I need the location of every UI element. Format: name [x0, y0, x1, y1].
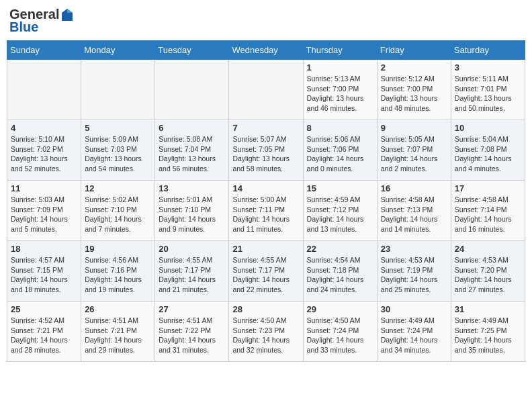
- day-number: 13: [159, 183, 225, 193]
- day-number: 19: [85, 244, 151, 254]
- day-number: 23: [381, 244, 447, 254]
- day-info: Sunrise: 4:59 AM Sunset: 7:12 PM Dayligh…: [307, 195, 373, 234]
- day-of-week-header: Monday: [81, 41, 155, 60]
- day-info: Sunrise: 4:51 AM Sunset: 7:22 PM Dayligh…: [159, 316, 225, 355]
- calendar-cell: [155, 60, 229, 120]
- calendar-week-row: 4Sunrise: 5:10 AM Sunset: 7:02 PM Daylig…: [7, 120, 525, 181]
- calendar-cell: 27Sunrise: 4:51 AM Sunset: 7:22 PM Dayli…: [155, 302, 229, 362]
- calendar-cell: 5Sunrise: 5:09 AM Sunset: 7:03 PM Daylig…: [81, 120, 155, 181]
- day-info: Sunrise: 4:56 AM Sunset: 7:16 PM Dayligh…: [85, 255, 151, 295]
- calendar-cell: 31Sunrise: 4:49 AM Sunset: 7:25 PM Dayli…: [451, 302, 525, 362]
- calendar-cell: 4Sunrise: 5:10 AM Sunset: 7:02 PM Daylig…: [7, 120, 81, 181]
- day-info: Sunrise: 5:11 AM Sunset: 7:01 PM Dayligh…: [455, 74, 521, 113]
- day-info: Sunrise: 4:51 AM Sunset: 7:21 PM Dayligh…: [85, 316, 151, 355]
- calendar-cell: [229, 60, 303, 120]
- page-header: General Blue: [7, 7, 525, 35]
- day-info: Sunrise: 4:49 AM Sunset: 7:25 PM Dayligh…: [455, 316, 521, 355]
- day-number: 2: [381, 62, 447, 73]
- day-number: 27: [159, 304, 225, 314]
- calendar-week-row: 25Sunrise: 4:52 AM Sunset: 7:21 PM Dayli…: [7, 302, 525, 362]
- calendar-cell: 26Sunrise: 4:51 AM Sunset: 7:21 PM Dayli…: [81, 302, 155, 362]
- day-info: Sunrise: 5:09 AM Sunset: 7:03 PM Dayligh…: [85, 134, 151, 174]
- day-of-week-header: Thursday: [303, 41, 377, 60]
- calendar-cell: 25Sunrise: 4:52 AM Sunset: 7:21 PM Dayli…: [7, 302, 81, 362]
- calendar-cell: 8Sunrise: 5:06 AM Sunset: 7:06 PM Daylig…: [303, 120, 377, 181]
- day-number: 8: [307, 123, 373, 133]
- day-number: 31: [455, 304, 521, 314]
- day-number: 17: [455, 183, 521, 193]
- day-number: 12: [85, 183, 151, 193]
- day-number: 28: [232, 304, 299, 314]
- day-of-week-header: Sunday: [7, 41, 81, 60]
- calendar-cell: 11Sunrise: 5:03 AM Sunset: 7:09 PM Dayli…: [7, 181, 81, 241]
- logo: General Blue: [9, 7, 74, 35]
- day-info: Sunrise: 5:10 AM Sunset: 7:02 PM Dayligh…: [11, 134, 77, 174]
- day-number: 20: [159, 244, 225, 254]
- calendar-week-row: 18Sunrise: 4:57 AM Sunset: 7:15 PM Dayli…: [7, 241, 525, 302]
- calendar-cell: [81, 60, 155, 120]
- calendar-cell: [7, 60, 81, 120]
- day-info: Sunrise: 5:08 AM Sunset: 7:04 PM Dayligh…: [159, 134, 225, 174]
- day-info: Sunrise: 5:00 AM Sunset: 7:11 PM Dayligh…: [232, 195, 299, 234]
- calendar-cell: 19Sunrise: 4:56 AM Sunset: 7:16 PM Dayli…: [81, 241, 155, 302]
- day-number: 3: [455, 62, 521, 73]
- day-info: Sunrise: 5:07 AM Sunset: 7:05 PM Dayligh…: [232, 134, 299, 174]
- calendar-cell: 16Sunrise: 4:58 AM Sunset: 7:13 PM Dayli…: [377, 181, 451, 241]
- day-number: 24: [455, 244, 521, 254]
- day-info: Sunrise: 4:55 AM Sunset: 7:17 PM Dayligh…: [159, 255, 225, 295]
- day-number: 6: [159, 123, 225, 133]
- day-info: Sunrise: 4:58 AM Sunset: 7:14 PM Dayligh…: [455, 195, 521, 234]
- calendar-cell: 17Sunrise: 4:58 AM Sunset: 7:14 PM Dayli…: [451, 181, 525, 241]
- day-number: 26: [85, 304, 151, 314]
- calendar-cell: 28Sunrise: 4:50 AM Sunset: 7:23 PM Dayli…: [229, 302, 303, 362]
- calendar-cell: 9Sunrise: 5:05 AM Sunset: 7:07 PM Daylig…: [377, 120, 451, 181]
- calendar-cell: 23Sunrise: 4:53 AM Sunset: 7:19 PM Dayli…: [377, 241, 451, 302]
- day-info: Sunrise: 4:58 AM Sunset: 7:13 PM Dayligh…: [381, 195, 447, 234]
- calendar-cell: 21Sunrise: 4:55 AM Sunset: 7:17 PM Dayli…: [229, 241, 303, 302]
- calendar-cell: 12Sunrise: 5:02 AM Sunset: 7:10 PM Dayli…: [81, 181, 155, 241]
- day-number: 7: [232, 123, 299, 133]
- calendar-cell: 29Sunrise: 4:50 AM Sunset: 7:24 PM Dayli…: [303, 302, 377, 362]
- calendar-cell: 10Sunrise: 5:04 AM Sunset: 7:08 PM Dayli…: [451, 120, 525, 181]
- day-info: Sunrise: 4:53 AM Sunset: 7:20 PM Dayligh…: [455, 255, 521, 295]
- day-number: 30: [381, 304, 447, 314]
- day-info: Sunrise: 5:13 AM Sunset: 7:00 PM Dayligh…: [307, 74, 373, 113]
- calendar-cell: 6Sunrise: 5:08 AM Sunset: 7:04 PM Daylig…: [155, 120, 229, 181]
- day-number: 29: [307, 304, 373, 314]
- day-info: Sunrise: 5:12 AM Sunset: 7:00 PM Dayligh…: [381, 74, 447, 113]
- day-info: Sunrise: 4:52 AM Sunset: 7:21 PM Dayligh…: [11, 316, 77, 355]
- day-number: 22: [307, 244, 373, 254]
- day-number: 9: [381, 123, 447, 133]
- day-of-week-header: Saturday: [451, 41, 525, 60]
- day-info: Sunrise: 5:04 AM Sunset: 7:08 PM Dayligh…: [455, 134, 521, 174]
- svg-marker-1: [67, 9, 73, 13]
- day-info: Sunrise: 4:50 AM Sunset: 7:23 PM Dayligh…: [232, 316, 299, 355]
- calendar-cell: 13Sunrise: 5:01 AM Sunset: 7:10 PM Dayli…: [155, 181, 229, 241]
- day-number: 25: [11, 304, 77, 314]
- day-info: Sunrise: 4:55 AM Sunset: 7:17 PM Dayligh…: [232, 255, 299, 295]
- day-info: Sunrise: 5:05 AM Sunset: 7:07 PM Dayligh…: [381, 134, 447, 174]
- calendar-table: SundayMondayTuesdayWednesdayThursdayFrid…: [7, 40, 525, 362]
- calendar-cell: 7Sunrise: 5:07 AM Sunset: 7:05 PM Daylig…: [229, 120, 303, 181]
- day-info: Sunrise: 4:49 AM Sunset: 7:24 PM Dayligh…: [381, 316, 447, 355]
- day-number: 14: [232, 183, 299, 193]
- day-number: 4: [11, 123, 77, 133]
- day-number: 11: [11, 183, 77, 193]
- calendar-cell: 15Sunrise: 4:59 AM Sunset: 7:12 PM Dayli…: [303, 181, 377, 241]
- calendar-cell: 20Sunrise: 4:55 AM Sunset: 7:17 PM Dayli…: [155, 241, 229, 302]
- day-number: 10: [455, 123, 521, 133]
- calendar-cell: 18Sunrise: 4:57 AM Sunset: 7:15 PM Dayli…: [7, 241, 81, 302]
- calendar-cell: 24Sunrise: 4:53 AM Sunset: 7:20 PM Dayli…: [451, 241, 525, 302]
- calendar-week-row: 11Sunrise: 5:03 AM Sunset: 7:09 PM Dayli…: [7, 181, 525, 241]
- day-number: 1: [307, 62, 373, 73]
- calendar-cell: 30Sunrise: 4:49 AM Sunset: 7:24 PM Dayli…: [377, 302, 451, 362]
- calendar-cell: 14Sunrise: 5:00 AM Sunset: 7:11 PM Dayli…: [229, 181, 303, 241]
- day-info: Sunrise: 4:57 AM Sunset: 7:15 PM Dayligh…: [11, 255, 77, 295]
- day-info: Sunrise: 5:03 AM Sunset: 7:09 PM Dayligh…: [11, 195, 77, 234]
- day-of-week-header: Tuesday: [155, 41, 229, 60]
- day-number: 15: [307, 183, 373, 193]
- day-of-week-header: Friday: [377, 41, 451, 60]
- day-number: 5: [85, 123, 151, 133]
- day-info: Sunrise: 4:50 AM Sunset: 7:24 PM Dayligh…: [307, 316, 373, 355]
- day-of-week-header: Wednesday: [229, 41, 303, 60]
